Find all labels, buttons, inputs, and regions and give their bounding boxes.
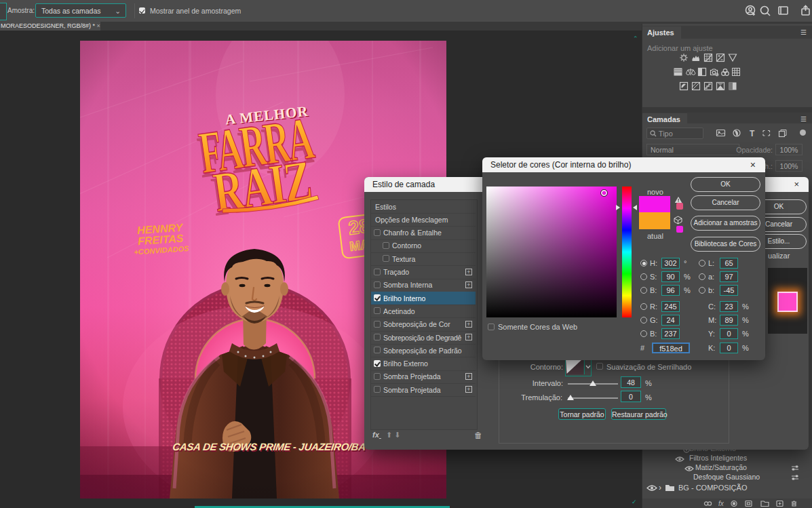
svg-text:CASA DE SHOWS PRIME - JUAZEIRO: CASA DE SHOWS PRIME - JUAZEIRO/BA (172, 441, 366, 452)
svg-text:T: T (750, 129, 755, 138)
svg-text:fx: fx (718, 500, 724, 507)
